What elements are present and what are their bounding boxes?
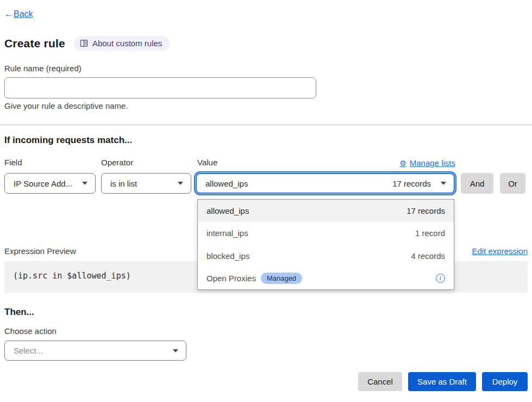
list-item-open-proxies[interactable]: Open Proxies Managed i xyxy=(198,267,454,289)
manage-lists-label: Manage lists xyxy=(410,158,455,168)
value-dropdown-list: allowed_ips 17 records internal_ips 1 re… xyxy=(197,199,454,290)
back-link[interactable]: ←Back xyxy=(4,9,33,19)
operator-select[interactable]: is in list xyxy=(101,173,191,194)
value-select-selected: allowed_ips xyxy=(205,179,392,188)
choose-action-label: Choose action xyxy=(4,326,57,336)
field-select[interactable]: IP Source Add... xyxy=(4,173,96,194)
deploy-button[interactable]: Deploy xyxy=(482,372,528,391)
list-item-internal-ips[interactable]: internal_ips 1 record xyxy=(198,222,454,244)
chevron-down-icon xyxy=(173,349,178,352)
match-section-heading: If incoming requests match... xyxy=(4,135,132,146)
rule-name-label: Rule name (required) xyxy=(4,64,82,73)
then-section-heading: Then... xyxy=(4,307,34,318)
list-item-name: allowed_ips xyxy=(206,206,406,215)
info-icon[interactable]: i xyxy=(436,274,445,283)
or-button[interactable]: Or xyxy=(500,173,525,194)
save-as-draft-button[interactable]: Save as Draft xyxy=(408,372,476,391)
list-item-blocked-ips[interactable]: blocked_ips 4 records xyxy=(198,245,454,267)
cancel-button[interactable]: Cancel xyxy=(358,372,402,391)
list-item-count: 4 records xyxy=(411,251,445,261)
expression-preview-label: Expression Preview xyxy=(4,246,76,256)
gear-icon: ⚙ xyxy=(399,159,406,168)
book-icon xyxy=(80,39,88,47)
edit-expression-link[interactable]: Edit expression xyxy=(472,246,528,256)
back-link-label: Back xyxy=(14,9,33,18)
rule-name-input[interactable] xyxy=(4,77,316,98)
list-item-allowed-ips[interactable]: allowed_ips 17 records xyxy=(198,200,454,222)
create-rule-page: ←Back Create rule About custom rules Rul… xyxy=(0,0,532,402)
chevron-down-icon xyxy=(178,182,183,185)
list-item-count: 1 record xyxy=(415,228,445,238)
list-item-count: 17 records xyxy=(406,206,445,215)
value-label: Value xyxy=(197,158,217,167)
and-button[interactable]: And xyxy=(461,173,493,194)
list-item-name: blocked_ips xyxy=(206,251,411,261)
field-label: Field xyxy=(4,158,22,167)
expression-code: (ip.src in $allowed_ips) xyxy=(13,271,131,281)
list-item-name: Open Proxies xyxy=(206,274,256,283)
list-item-name: internal_ips xyxy=(206,228,415,238)
value-select[interactable]: allowed_ips 17 records xyxy=(196,173,455,194)
managed-badge: Managed xyxy=(261,273,302,284)
section-divider xyxy=(0,125,532,125)
chevron-down-icon xyxy=(441,182,446,185)
title-row: Create rule About custom rules xyxy=(4,36,170,51)
operator-label: Operator xyxy=(101,158,133,167)
page-title: Create rule xyxy=(4,37,65,50)
value-select-count: 17 records xyxy=(392,179,431,188)
manage-lists-link[interactable]: ⚙ Manage lists xyxy=(399,158,455,168)
action-select[interactable]: Select... xyxy=(4,341,186,361)
back-arrow-icon: ← xyxy=(4,9,13,19)
chevron-down-icon xyxy=(82,182,87,185)
field-select-value: IP Source Add... xyxy=(14,179,76,188)
footer-actions: Cancel Save as Draft Deploy xyxy=(358,372,528,391)
operator-select-value: is in list xyxy=(110,179,171,188)
action-select-placeholder: Select... xyxy=(14,346,166,355)
about-badge-label: About custom rules xyxy=(92,39,162,48)
rule-name-helper: Give your rule a descriptive name. xyxy=(4,101,128,110)
about-custom-rules-badge[interactable]: About custom rules xyxy=(74,36,170,51)
